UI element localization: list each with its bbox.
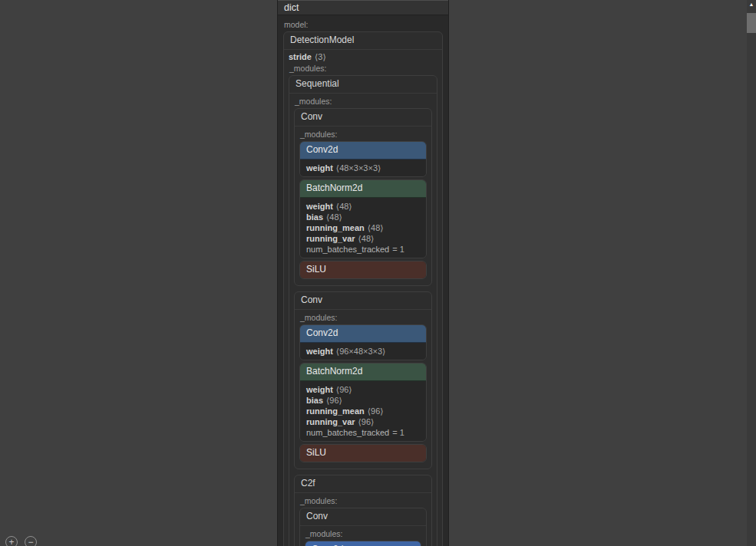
attr-value: ⟨48⟩ [323,212,342,222]
attr-name: stride [289,52,312,61]
module-node-c2f: C2f_modules:Conv_modules:Conv2dweight⟨96… [294,475,432,546]
zoom-out-button[interactable]: − [25,536,37,546]
dict-panel: dict model: DetectionModelstride⟨3⟩_modu… [277,0,449,546]
attr-name: num_batches_tracked [306,245,389,254]
module-body-conv: _modules:Conv2dweight⟨96×48×3×3⟩BatchNor… [295,310,431,469]
attr-value: ⟨96⟩ [355,417,375,426]
module-body-detectionmodel: stride⟨3⟩_modules:Sequential_modules:Con… [284,50,442,546]
attr-name: weight [306,385,333,394]
attr-value: = 1 [389,428,404,437]
attr-name: bias [306,396,323,405]
module-body-conv: _modules:Conv2dweight⟨48×3×3×3⟩BatchNorm… [295,127,431,285]
attr-weight: weight⟨96⟩ [306,384,420,395]
attr-num_batches_tracked: num_batches_tracked= 1 [306,427,420,438]
attr-name: running_var [306,234,355,243]
module-header-batchnorm2d[interactable]: BatchNorm2d [300,363,426,381]
panel-title: dict [284,2,299,13]
attr-running_mean: running_mean⟨48⟩ [306,222,420,233]
module-node-conv2d: Conv2dweight⟨96×96×1×1⟩ [305,541,421,546]
attr-value: = 1 [389,245,404,254]
attr-running_mean: running_mean⟨96⟩ [306,406,420,416]
attr-num_batches_tracked: num_batches_tracked= 1 [306,244,420,255]
module-node-conv: Conv_modules:Conv2dweight⟨48×3×3×3⟩Batch… [294,108,432,286]
module-node-sequential: Sequential_modules:Conv_modules:Conv2dwe… [289,75,437,546]
module-header-batchnorm2d[interactable]: BatchNorm2d [300,180,426,198]
module-header-sequential[interactable]: Sequential [289,76,437,94]
modules-label: _modules: [289,64,437,74]
module-node-batchnorm2d: BatchNorm2dweight⟨96⟩bias⟨96⟩running_mea… [299,363,427,442]
attr-name: bias [306,212,323,222]
scroll-up-arrow-icon[interactable]: ▲ [747,0,756,9]
dict-panel-header[interactable]: dict [278,0,448,15]
module-node-detectionmodel: DetectionModelstride⟨3⟩_modules:Sequenti… [283,31,443,546]
attr-name: weight [306,347,333,356]
attr-value: ⟨3⟩ [312,52,326,61]
modules-label: _modules: [300,496,427,506]
module-header-conv2d[interactable]: Conv2d [305,541,421,546]
attr-name: weight [306,202,333,211]
module-node-conv2d: Conv2dweight⟨96×48×3×3⟩ [299,324,427,360]
module-node-silu: SiLU [299,444,427,462]
attr-value: ⟨48×3×3×3⟩ [333,163,381,173]
module-body-conv: _modules:Conv2dweight⟨96×96×1×1⟩ [300,526,426,546]
scrollbar-thumb[interactable] [747,13,756,33]
attr-weight: weight⟨96×48×3×3⟩ [306,346,420,357]
modules-label: _modules: [295,97,432,107]
attr-value: ⟨96×48×3×3⟩ [333,347,386,356]
attr-name: running_var [306,417,355,426]
module-node-conv: Conv_modules:Conv2dweight⟨96×48×3×3⟩Batc… [294,291,432,469]
attr-weight: weight⟨48⟩ [306,201,420,212]
modules-label: _modules: [300,313,427,323]
module-header-c2f[interactable]: C2f [295,475,431,493]
attr-value: ⟨48⟩ [365,223,384,232]
module-header-conv[interactable]: Conv [295,109,431,127]
module-header-conv[interactable]: Conv [295,292,431,310]
modules-label: _modules: [300,130,427,140]
dict-panel-body: model: DetectionModelstride⟨3⟩_modules:S… [278,15,448,546]
modules-label: _modules: [305,529,421,539]
module-body-conv2d: weight⟨48×3×3×3⟩ [300,160,426,176]
module-tree: DetectionModelstride⟨3⟩_modules:Sequenti… [283,31,443,546]
attr-value: ⟨48⟩ [355,234,375,243]
attr-running_var: running_var⟨96⟩ [306,416,420,427]
attr-value: ⟨48⟩ [333,202,352,211]
module-header-conv[interactable]: Conv [300,508,426,526]
module-node-conv2d: Conv2dweight⟨48×3×3×3⟩ [299,141,427,177]
attr-value: ⟨96⟩ [365,406,384,416]
attr-name: num_batches_tracked [306,428,389,437]
attr-name: running_mean [306,223,365,232]
vertical-scrollbar[interactable]: ▲ [747,0,756,546]
model-field-label: model: [284,20,443,30]
module-body-conv2d: weight⟨96×48×3×3⟩ [300,343,426,360]
module-header-conv2d[interactable]: Conv2d [300,325,426,343]
module-node-conv: Conv_modules:Conv2dweight⟨96×96×1×1⟩ [299,508,427,546]
module-header-detectionmodel[interactable]: DetectionModel [284,32,442,50]
module-header-silu[interactable]: SiLU [300,445,426,462]
attr-name: running_mean [306,406,365,416]
attr-value: ⟨96⟩ [333,385,352,394]
module-body-c2f: _modules:Conv_modules:Conv2dweight⟨96×96… [295,493,431,546]
attr-bias: bias⟨96⟩ [306,395,420,406]
module-body-batchnorm2d: weight⟨96⟩bias⟨96⟩running_mean⟨96⟩runnin… [300,381,426,441]
module-body-sequential: _modules:Conv_modules:Conv2dweight⟨48×3×… [289,94,437,546]
attr-value: ⟨96⟩ [323,396,342,405]
attr-running_var: running_var⟨48⟩ [306,233,420,244]
attr-weight: weight⟨48×3×3×3⟩ [306,163,420,173]
module-header-conv2d[interactable]: Conv2d [300,142,426,160]
attr-stride: stride⟨3⟩ [289,51,437,62]
module-header-silu[interactable]: SiLU [300,261,426,278]
module-node-batchnorm2d: BatchNorm2dweight⟨48⟩bias⟨48⟩running_mea… [299,179,427,258]
module-node-silu: SiLU [299,261,427,279]
zoom-in-button[interactable]: + [5,536,18,546]
attr-name: weight [306,163,333,173]
module-body-batchnorm2d: weight⟨48⟩bias⟨48⟩running_mean⟨48⟩runnin… [300,198,426,258]
attr-bias: bias⟨48⟩ [306,212,420,222]
